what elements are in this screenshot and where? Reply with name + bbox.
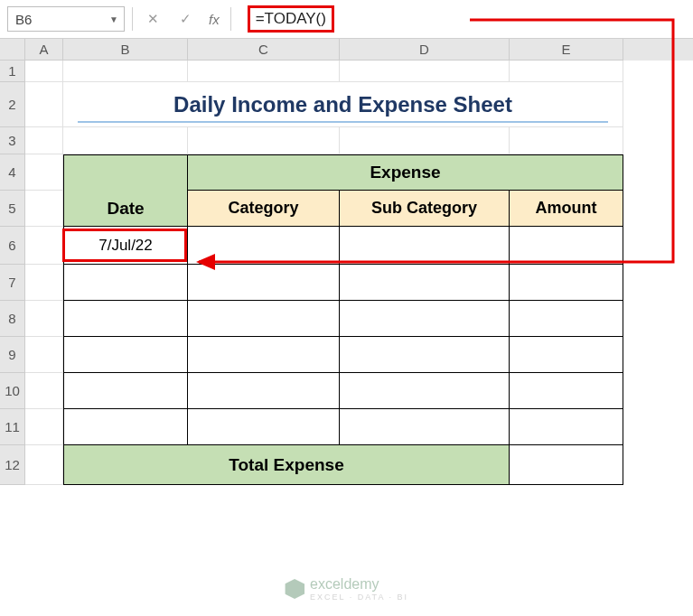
- cell-D11[interactable]: [340, 409, 510, 445]
- table-row: 4 Expense: [0, 154, 693, 191]
- col-header-E[interactable]: E: [510, 39, 623, 61]
- row-header-4[interactable]: 4: [0, 154, 25, 191]
- row-header-1[interactable]: 1: [0, 61, 25, 82]
- cell-E10[interactable]: [510, 373, 623, 409]
- header-category[interactable]: Category: [188, 191, 340, 227]
- table-row: 9: [0, 337, 693, 373]
- cell-D10[interactable]: [340, 373, 510, 409]
- cell-E11[interactable]: [510, 409, 623, 445]
- cell-E1[interactable]: [510, 61, 623, 82]
- cell-E9[interactable]: [510, 337, 623, 373]
- row-header-10[interactable]: 10: [0, 373, 25, 409]
- header-expense[interactable]: Expense: [188, 154, 623, 191]
- row-header-8[interactable]: 8: [0, 301, 25, 337]
- cell-D6[interactable]: [340, 227, 510, 265]
- separator: [132, 7, 133, 31]
- cell-A11[interactable]: [25, 409, 63, 445]
- watermark: exceldemy EXCEL · DATA · BI: [285, 576, 408, 602]
- col-header-A[interactable]: A: [25, 39, 63, 61]
- watermark-icon: [285, 579, 304, 599]
- cell-A8[interactable]: [25, 301, 63, 337]
- title-underline: [78, 121, 608, 123]
- cell-A12[interactable]: [25, 445, 63, 485]
- select-all-corner[interactable]: [0, 39, 25, 61]
- cell-A6[interactable]: [25, 227, 63, 265]
- cell-B8[interactable]: [63, 301, 188, 337]
- total-expense-label[interactable]: Total Expense: [63, 445, 510, 485]
- sheet-title[interactable]: Daily Income and Expense Sheet: [63, 82, 623, 127]
- cell-B10[interactable]: [63, 373, 188, 409]
- header-amount[interactable]: Amount: [510, 191, 623, 227]
- rows: 1 2 Daily Income and Expense Sheet 3: [0, 61, 693, 485]
- cell-D8[interactable]: [340, 301, 510, 337]
- cell-B7[interactable]: [63, 265, 188, 301]
- table-row: 8: [0, 301, 693, 337]
- cell-E12-total[interactable]: [510, 445, 623, 485]
- cell-D3[interactable]: [340, 127, 510, 154]
- cell-B3[interactable]: [63, 127, 188, 154]
- cancel-icon[interactable]: ✕: [140, 7, 165, 31]
- table-row: 1: [0, 61, 693, 82]
- name-box-value: B6: [15, 12, 32, 27]
- cell-C1[interactable]: [188, 61, 340, 82]
- cell-A2[interactable]: [25, 82, 63, 127]
- header-expense-text: Expense: [370, 163, 440, 182]
- row-header-5[interactable]: 5: [0, 191, 25, 227]
- formula-input[interactable]: =TODAY(): [239, 5, 343, 33]
- cell-C6[interactable]: [188, 227, 340, 265]
- formula-value: =TODAY(): [248, 5, 334, 33]
- row-header-11[interactable]: 11: [0, 409, 25, 445]
- name-box[interactable]: B6 ▼: [7, 6, 125, 32]
- cell-B6[interactable]: 7/Jul/22: [63, 227, 188, 265]
- watermark-text: exceldemy EXCEL · DATA · BI: [310, 576, 408, 602]
- table-row: 7: [0, 265, 693, 301]
- row-header-6[interactable]: 6: [0, 227, 25, 265]
- table-row: 12 Total Expense: [0, 445, 693, 485]
- header-date-top[interactable]: [63, 154, 188, 191]
- cell-D1[interactable]: [340, 61, 510, 82]
- cell-B11[interactable]: [63, 409, 188, 445]
- confirm-icon[interactable]: ✓: [173, 7, 198, 31]
- cell-E3[interactable]: [510, 127, 623, 154]
- header-date-text: Date: [107, 199, 144, 219]
- cell-E8[interactable]: [510, 301, 623, 337]
- cell-C11[interactable]: [188, 409, 340, 445]
- cell-E7[interactable]: [510, 265, 623, 301]
- cell-D9[interactable]: [340, 337, 510, 373]
- row-header-3[interactable]: 3: [0, 127, 25, 154]
- cell-A7[interactable]: [25, 265, 63, 301]
- cell-A5[interactable]: [25, 191, 63, 227]
- cell-A4[interactable]: [25, 154, 63, 191]
- cell-E6[interactable]: [510, 227, 623, 265]
- header-date[interactable]: Date: [63, 191, 188, 227]
- cell-C9[interactable]: [188, 337, 340, 373]
- header-sub-category[interactable]: Sub Category: [340, 191, 510, 227]
- cell-A1[interactable]: [25, 61, 63, 82]
- cell-A9[interactable]: [25, 337, 63, 373]
- separator: [230, 7, 231, 31]
- sheet-title-text: Daily Income and Expense Sheet: [173, 92, 512, 117]
- cell-C8[interactable]: [188, 301, 340, 337]
- col-header-C[interactable]: C: [188, 39, 340, 61]
- table-row: 11: [0, 409, 693, 445]
- table-row: 10: [0, 373, 693, 409]
- row-header-12[interactable]: 12: [0, 445, 25, 485]
- column-headers: A B C D E: [0, 39, 693, 61]
- cell-D7[interactable]: [340, 265, 510, 301]
- cell-C10[interactable]: [188, 373, 340, 409]
- cell-B9[interactable]: [63, 337, 188, 373]
- row-header-2[interactable]: 2: [0, 82, 25, 127]
- table-row: 3: [0, 127, 693, 154]
- row-header-9[interactable]: 9: [0, 337, 25, 373]
- cell-A3[interactable]: [25, 127, 63, 154]
- col-header-B[interactable]: B: [63, 39, 188, 61]
- fx-label[interactable]: fx: [205, 12, 223, 27]
- row-header-7[interactable]: 7: [0, 265, 25, 301]
- col-header-D[interactable]: D: [340, 39, 510, 61]
- dropdown-icon[interactable]: ▼: [109, 14, 118, 24]
- cell-C7[interactable]: [188, 265, 340, 301]
- cell-B1[interactable]: [63, 61, 188, 82]
- cell-A10[interactable]: [25, 373, 63, 409]
- cell-C3[interactable]: [188, 127, 340, 154]
- spreadsheet-grid: A B C D E 1 2 Daily Income and Expense S…: [0, 39, 693, 485]
